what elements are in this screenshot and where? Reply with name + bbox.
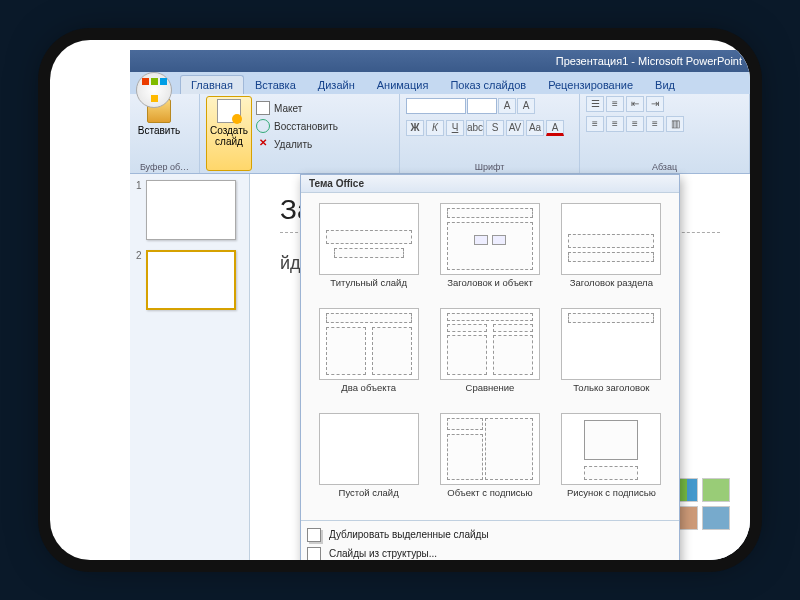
layout-title-slide[interactable]: Титульный слайд xyxy=(309,201,428,302)
para-group-label: Абзац xyxy=(580,162,749,172)
duplicate-slides-item[interactable]: Дублировать выделенные слайды xyxy=(301,525,679,544)
title-bar: Презентация1 - Microsoft PowerPoint xyxy=(130,50,750,72)
italic-button[interactable]: К xyxy=(426,120,444,136)
group-font: A A Ж К Ч abc S AV Aa A Шрифт xyxy=(400,94,580,173)
layout-button[interactable]: Макет xyxy=(256,100,338,116)
tab-view[interactable]: Вид xyxy=(644,75,686,94)
layout-content-caption[interactable]: Объект с подписью xyxy=(430,411,549,512)
font-color[interactable]: A xyxy=(546,120,564,136)
reset-button[interactable]: Восстановить xyxy=(256,118,338,134)
slide-thumbnail-panel: 1 2 xyxy=(130,174,250,560)
bullets-button[interactable]: ☰ xyxy=(586,96,604,112)
dropdown-header: Тема Office xyxy=(301,175,679,193)
thumb-slot[interactable]: 2 xyxy=(136,250,243,310)
insert-smartart-icon[interactable] xyxy=(702,478,730,502)
layout-title-only[interactable]: Только заголовок xyxy=(552,306,671,407)
slide-thumb-2[interactable] xyxy=(146,250,236,310)
columns-button[interactable]: ▥ xyxy=(666,116,684,132)
new-slide-icon xyxy=(217,99,241,123)
new-slide-layout-dropdown: Тема Office Титульный слайд Заголовок и … xyxy=(300,174,680,560)
office-button[interactable] xyxy=(136,72,172,108)
layout-icon xyxy=(256,101,270,115)
reset-icon xyxy=(256,119,270,133)
tab-home[interactable]: Главная xyxy=(180,75,244,94)
layout-blank[interactable]: Пустой слайд xyxy=(309,411,428,512)
align-center[interactable]: ≡ xyxy=(606,116,624,132)
ribbon-tabs: Главная Вставка Дизайн Анимация Показ сл… xyxy=(130,72,750,94)
align-justify[interactable]: ≡ xyxy=(646,116,664,132)
delete-button[interactable]: ✕ Удалить xyxy=(256,136,338,152)
duplicate-icon xyxy=(307,528,321,542)
tab-animation[interactable]: Анимация xyxy=(366,75,440,94)
insert-media-icon[interactable] xyxy=(702,506,730,530)
shadow-button[interactable]: S xyxy=(486,120,504,136)
group-slides: Создать слайд Макет Восстановить ✕ Удали… xyxy=(200,94,400,173)
powerpoint-window: Презентация1 - Microsoft PowerPoint Глав… xyxy=(130,50,750,560)
group-paragraph: ☰ ≡ ⇤ ⇥ ≡ ≡ ≡ ≡ ▥ Абзац xyxy=(580,94,750,173)
bold-button[interactable]: Ж xyxy=(406,120,424,136)
slides-from-outline-item[interactable]: Слайды из структуры... xyxy=(301,544,679,560)
tab-design[interactable]: Дизайн xyxy=(307,75,366,94)
delete-icon: ✕ xyxy=(256,137,270,151)
strike-button[interactable]: abc xyxy=(466,120,484,136)
numbering-button[interactable]: ≡ xyxy=(606,96,624,112)
underline-button[interactable]: Ч xyxy=(446,120,464,136)
font-name[interactable] xyxy=(406,98,466,114)
grow-font[interactable]: A xyxy=(498,98,516,114)
layout-gallery: Титульный слайд Заголовок и объект Загол… xyxy=(301,193,679,520)
group-label: Буфер об… xyxy=(130,162,199,172)
layout-section-header[interactable]: Заголовок раздела xyxy=(552,201,671,302)
layout-picture-caption[interactable]: Рисунок с подписью xyxy=(552,411,671,512)
spacing-button[interactable]: AV xyxy=(506,120,524,136)
indent-right[interactable]: ⇥ xyxy=(646,96,664,112)
tab-review[interactable]: Рецензирование xyxy=(537,75,644,94)
align-left[interactable]: ≡ xyxy=(586,116,604,132)
layout-comparison[interactable]: Сравнение xyxy=(430,306,549,407)
layout-title-content[interactable]: Заголовок и объект xyxy=(430,201,549,302)
group-clipboard: Вставить Буфер об… xyxy=(130,94,200,173)
tab-slideshow[interactable]: Показ слайдов xyxy=(439,75,537,94)
window-title: Презентация1 - Microsoft PowerPoint xyxy=(556,55,742,67)
dropdown-footer: Дублировать выделенные слайды Слайды из … xyxy=(301,520,679,560)
align-right[interactable]: ≡ xyxy=(626,116,644,132)
thumb-slot[interactable]: 1 xyxy=(136,180,243,240)
monitor-frame: Презентация1 - Microsoft PowerPoint Глав… xyxy=(50,40,750,560)
new-slide-button[interactable]: Создать слайд xyxy=(206,96,252,171)
font-group-label: Шрифт xyxy=(400,162,579,172)
tab-insert[interactable]: Вставка xyxy=(244,75,307,94)
layout-two-content[interactable]: Два объекта xyxy=(309,306,428,407)
indent-left[interactable]: ⇤ xyxy=(626,96,644,112)
shrink-font[interactable]: A xyxy=(517,98,535,114)
ribbon: Вставить Буфер об… Создать слайд Макет В… xyxy=(130,94,750,174)
outline-icon xyxy=(307,547,321,560)
font-size[interactable] xyxy=(467,98,497,114)
case-button[interactable]: Aa xyxy=(526,120,544,136)
slide-thumb-1[interactable] xyxy=(146,180,236,240)
